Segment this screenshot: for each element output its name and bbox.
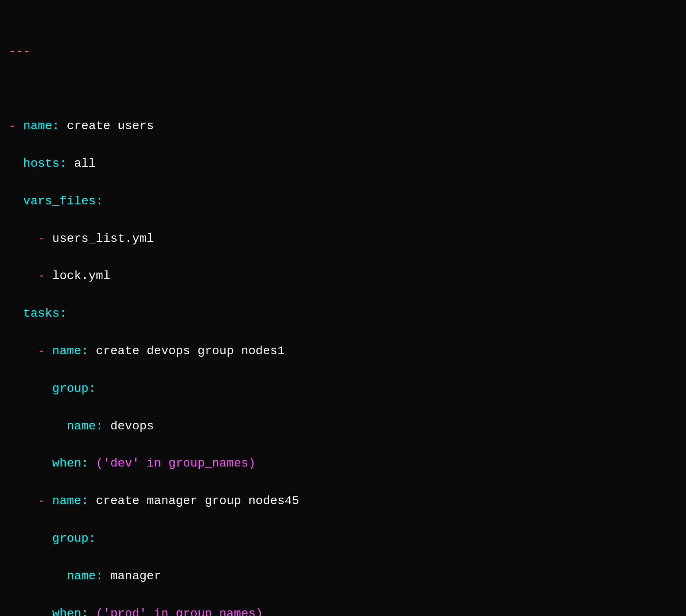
key-vars-files: vars_files	[23, 194, 96, 208]
dash-5: -	[38, 494, 45, 508]
line-task1-group: group:	[9, 379, 686, 398]
code-editor: --- - name: create users hosts: all vars…	[9, 4, 686, 616]
val-hosts: all	[74, 157, 96, 170]
doc-separator: ---	[9, 44, 30, 58]
key-name-g1: name	[67, 419, 96, 433]
line-task2-name: - name: create manager group nodes45	[9, 492, 686, 510]
line-task2-group: group:	[9, 529, 686, 548]
key-name-g2: name	[67, 569, 96, 583]
line-vars-files: vars_files:	[9, 192, 686, 210]
val-users-list: users_list.yml	[52, 232, 154, 245]
key-when-t2: when	[52, 607, 81, 616]
val-when-t2: ('prod' in group_names)	[96, 607, 263, 616]
val-name-g2: manager	[110, 569, 161, 583]
line-task1-when: when: ('dev' in group_names)	[9, 454, 686, 473]
line-users-list: - users_list.yml	[9, 229, 686, 248]
line-task2-when: when: ('prod' in group_names)	[9, 604, 686, 616]
key-name-1: name	[23, 119, 52, 133]
line-task2-gname: name: manager	[9, 567, 686, 585]
line-task1-name: - name: create devops group nodes1	[9, 342, 686, 360]
val-name-t2: create manager group nodes45	[96, 494, 299, 508]
dash-3: -	[38, 269, 45, 283]
line-blank	[9, 79, 686, 98]
val-when-t1: ('dev' in group_names)	[96, 457, 256, 470]
key-when-t1: when	[52, 457, 81, 470]
dash-1: -	[9, 119, 16, 133]
val-name-t1: create devops group nodes1	[96, 344, 285, 358]
val-name-1: create users	[67, 119, 154, 133]
val-lock: lock.yml	[52, 269, 110, 283]
line-name-playbook: - name: create users	[9, 117, 686, 135]
line-doc-sep: ---	[9, 42, 686, 60]
line-tasks: tasks:	[9, 304, 686, 323]
line-task1-gname: name: devops	[9, 417, 686, 435]
line-hosts: hosts: all	[9, 154, 686, 173]
key-name-t2: name	[52, 494, 81, 508]
key-hosts: hosts	[23, 157, 60, 170]
val-name-g1: devops	[110, 419, 154, 433]
dash-4: -	[38, 344, 45, 358]
key-group-t1: group	[52, 382, 89, 395]
key-group-t2: group	[52, 532, 89, 545]
key-tasks: tasks	[23, 307, 60, 320]
key-name-t1: name	[52, 344, 81, 358]
dash-2: -	[38, 232, 45, 245]
line-lock: - lock.yml	[9, 267, 686, 285]
